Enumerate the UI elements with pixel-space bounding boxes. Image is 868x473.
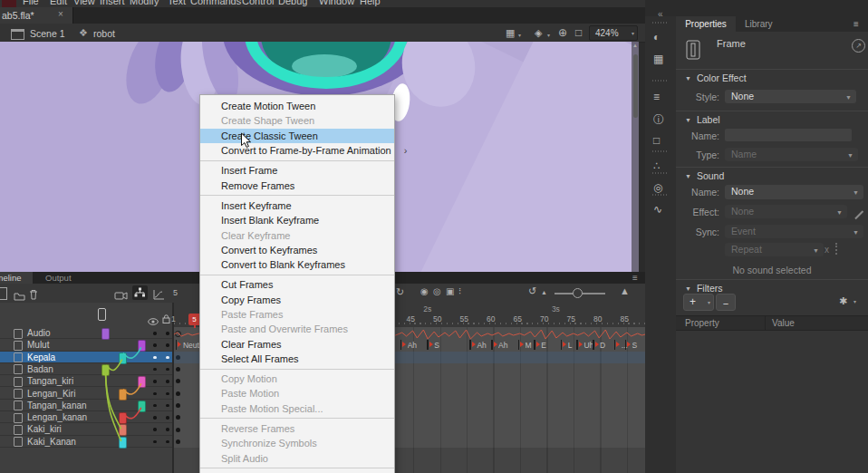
delete-layer-icon[interactable] (29, 287, 38, 304)
menu-modify[interactable]: Modify (130, 0, 159, 6)
new-layer-icon[interactable] (0, 287, 7, 300)
menu-item-insert-blank-keyframe[interactable]: Insert Blank Keyframe (200, 213, 394, 227)
visibility-dot[interactable] (153, 404, 157, 408)
align-panel-icon[interactable]: ≡ (653, 91, 660, 103)
brushes-panel-icon[interactable]: ∴ (653, 159, 661, 172)
tab-properties[interactable]: Properties (676, 16, 736, 32)
lock-dot[interactable] (166, 343, 169, 347)
section-color-effect[interactable]: ▼Color Effect (685, 72, 747, 83)
collapse-triangle-icon[interactable]: ▼ (685, 75, 691, 82)
menu-insert[interactable]: Insert (100, 0, 125, 6)
layer-row-tangan-kanan[interactable]: Tangan_kanan (0, 400, 172, 411)
clip-dropdown-icon[interactable]: ▾ (518, 32, 521, 38)
scroll-up-icon[interactable]: ▲ (632, 43, 638, 48)
parent-tag[interactable] (119, 424, 127, 436)
layer-row-kaki-kiri[interactable]: Kaki_kiri (0, 423, 172, 435)
modify-markers-icon[interactable]: ⁝ (458, 286, 461, 296)
layer-row-tangan-kiri[interactable]: Tangan_kiri (0, 375, 172, 387)
menu-file[interactable]: File (23, 0, 39, 6)
lock-dot[interactable] (166, 416, 169, 420)
tab-output[interactable]: Output (45, 272, 72, 284)
tab-timeline[interactable]: Timeline (0, 272, 33, 284)
menu-item-create-classic-tween[interactable]: Create Classic Tween (200, 129, 394, 143)
onion-skin-outlines-icon[interactable]: ◎ (433, 286, 441, 296)
parent-tag[interactable] (119, 437, 127, 449)
layer-row-badan[interactable]: Badan (0, 363, 172, 375)
edit-multiple-frames-icon[interactable]: ▣ (446, 286, 454, 296)
menu-commands[interactable]: Commands (190, 0, 241, 6)
lock-dot[interactable] (166, 440, 169, 444)
panel-menu-icon[interactable]: ≡ (854, 19, 859, 29)
menu-control[interactable]: Control (242, 0, 274, 6)
show-graph-view-icon[interactable] (153, 287, 165, 304)
loop-frames-icon[interactable]: ↻ (396, 286, 404, 298)
menu-text[interactable]: Text (168, 0, 186, 6)
edit-sound-pencil-icon[interactable] (847, 203, 863, 219)
show-parenting-view-icon[interactable] (132, 285, 148, 300)
frame-size-slider-knob[interactable] (573, 288, 583, 298)
lock-dot[interactable] (166, 392, 169, 396)
menu-item-clear-frames[interactable]: Clear Frames (200, 336, 394, 351)
transform-panel-icon[interactable]: □ (653, 134, 660, 147)
motion-editor-panel-icon[interactable]: ∿ (653, 203, 662, 216)
visibility-dot[interactable] (153, 356, 157, 360)
document-tab[interactable]: ab5.fla* × (0, 7, 73, 24)
menu-item-convert-to-keyframes[interactable]: Convert to Keyframes (200, 243, 394, 257)
lock-dot[interactable] (166, 332, 169, 335)
parent-tag[interactable] (119, 412, 127, 424)
clip-icon[interactable]: ▦ (506, 27, 515, 39)
section-sound[interactable]: ▼Sound (685, 170, 724, 181)
layer-row-lengan-kiri[interactable]: Lengan_Kiri (0, 388, 172, 400)
lock-dot[interactable] (166, 404, 169, 408)
collapse-triangle-icon[interactable]: ▼ (685, 173, 691, 179)
parent-tag[interactable] (138, 401, 146, 412)
lock-dot[interactable] (166, 356, 169, 360)
section-label[interactable]: ▼Label (685, 114, 720, 125)
visibility-dot[interactable] (153, 332, 157, 335)
collapse-triangle-icon[interactable]: ▼ (685, 117, 691, 123)
zoom-level-control[interactable]: 424% ▾ (589, 25, 638, 41)
zoom-out-frames-icon[interactable]: ▲ (541, 289, 547, 295)
visibility-dot[interactable] (153, 440, 157, 444)
breadcrumb-scene[interactable]: Scene 1 (30, 28, 65, 39)
scrollbar-thumb[interactable] (633, 54, 638, 118)
menu-item-insert-frame[interactable]: Insert Frame (200, 163, 394, 178)
visibility-dot[interactable] (153, 416, 157, 420)
menu-item-copy-frames[interactable]: Copy Frames (200, 293, 394, 307)
collapse-triangle-icon[interactable]: ▼ (685, 285, 691, 292)
menu-edit[interactable]: Edit (50, 0, 67, 6)
add-filter-button[interactable]: + ▾ (683, 294, 714, 311)
parent-tag[interactable] (119, 352, 127, 364)
parent-tag[interactable] (101, 328, 110, 340)
menu-item-insert-keyframe[interactable]: Insert Keyframe (200, 198, 394, 213)
menu-view[interactable]: View (73, 0, 95, 6)
menu-item-create-motion-tween[interactable]: Create Motion Tween (200, 99, 394, 113)
section-filters[interactable]: ▼Filters (685, 283, 723, 294)
help-arrow-icon[interactable]: ↗ (852, 39, 865, 53)
menu-item-select-all-frames[interactable]: Select All Frames (200, 352, 394, 366)
reset-timeline-zoom-icon[interactable]: ↺ (528, 285, 536, 297)
timeline-menu-icon[interactable]: ≡ (632, 272, 638, 284)
lock-dot[interactable] (166, 368, 169, 372)
menu-item-convert-to-blank-keyframes[interactable]: Convert to Blank Keyframes (200, 257, 394, 272)
layer-row-lengan-kanan[interactable]: Lengan_kanan (0, 411, 172, 423)
swatches-panel-icon[interactable]: ▦ (653, 53, 663, 65)
menu-help[interactable]: Help (360, 0, 381, 6)
visibility-dot[interactable] (153, 428, 157, 431)
label-name-input[interactable] (725, 129, 852, 141)
remove-filter-button[interactable]: − (716, 294, 736, 311)
parent-tag[interactable] (119, 389, 127, 401)
parent-tag[interactable] (138, 376, 146, 388)
menu-item-cut-frames[interactable]: Cut Frames (200, 277, 394, 292)
layer-row-kaki-kanan[interactable]: Kaki_Kanan (0, 436, 172, 448)
layer-row-audio[interactable]: Audio (0, 327, 172, 339)
layer-row-kepala[interactable]: Kepala (0, 352, 172, 363)
info-panel-icon[interactable]: ⓘ (653, 112, 664, 128)
menu-item-remove-frames[interactable]: Remove Frames (200, 178, 394, 192)
lock-icon[interactable] (162, 311, 170, 327)
menu-window[interactable]: Window (319, 0, 354, 6)
close-tab-icon[interactable]: × (58, 9, 63, 19)
lock-dot[interactable] (166, 380, 169, 383)
filter-options-gear-icon[interactable]: ✱ (839, 295, 847, 307)
layer-row-mulut[interactable]: Mulut (0, 339, 172, 351)
